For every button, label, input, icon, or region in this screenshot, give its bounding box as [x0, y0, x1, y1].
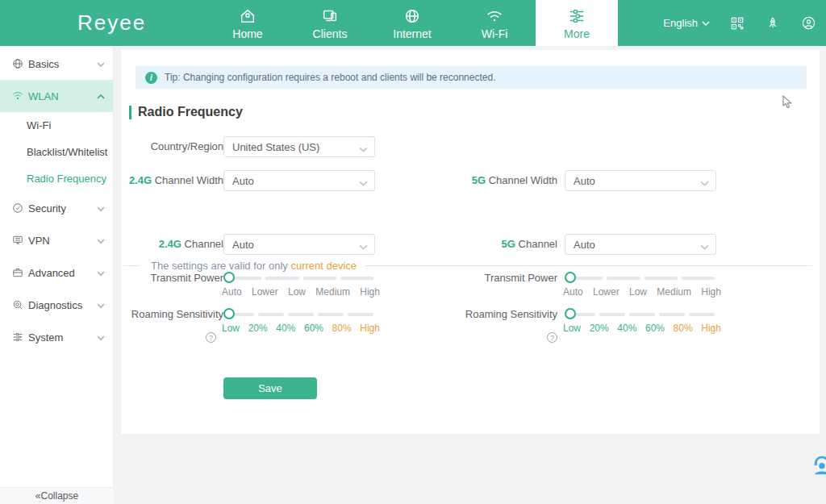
transmit-power-label-5: Transmit Power [436, 268, 557, 289]
ch5-width-select[interactable]: Auto [565, 170, 716, 191]
nav-tab-internet[interactable]: Internet [371, 0, 453, 46]
system-sliders-icon [11, 331, 24, 344]
sidebar-item-wifi[interactable]: Wi-Fi [0, 112, 113, 139]
customer-support-icon[interactable] [808, 452, 826, 479]
sidebar-item-system[interactable]: System [0, 321, 113, 353]
sidebar-item-vpn[interactable]: VPN [0, 224, 113, 256]
divider-line [123, 265, 140, 266]
wifi-icon [11, 90, 24, 102]
nav-tab-more[interactable]: More [536, 0, 618, 46]
sidebar-item-radio-frequency[interactable]: Radio Frequency [0, 165, 113, 192]
diagnostics-magnifier-icon [11, 298, 24, 311]
slider-handle[interactable] [223, 272, 235, 283]
sidebar-item-security[interactable]: Security [0, 192, 113, 224]
slider-track [569, 313, 715, 316]
nav-tab-wifi[interactable]: Wi-Fi [453, 0, 536, 46]
sidebar-collapse-button[interactable]: «Collapse [0, 487, 114, 504]
roaming-sensitivity-label-24: Roaming Sensitivity [128, 304, 223, 325]
roaming-help-icon-24[interactable]: ? [206, 332, 216, 343]
slider-handle[interactable] [565, 272, 576, 283]
page-title-block: Radio Frequency [129, 105, 243, 119]
transmit-power-label-24: Transmit Power [128, 268, 223, 289]
page-title: Radio Frequency [138, 105, 243, 119]
chevron-up-icon [97, 90, 105, 102]
slider-track [569, 277, 715, 280]
chevron-down-icon [97, 331, 105, 344]
wifi-icon [485, 6, 504, 26]
chevron-down-icon [700, 241, 709, 253]
chevron-down-icon [97, 202, 105, 215]
qr-code-icon[interactable] [729, 15, 745, 31]
current-device-highlight: current device [290, 260, 357, 272]
chevron-down-icon [359, 241, 368, 253]
roaming-sensitivity-label-5: Roaming Sensitivity [436, 304, 557, 325]
ch24-select[interactable]: Auto [223, 234, 375, 255]
roaming-help-icon-5[interactable]: ? [547, 332, 557, 343]
shield-check-icon [11, 202, 24, 215]
sidebar-item-advanced[interactable]: Advanced [0, 256, 113, 289]
more-sliders-icon [568, 6, 586, 26]
ch24-label: 2.4G Channel [128, 234, 223, 255]
header-controls: English [663, 0, 816, 46]
sidebar-item-blacklist-whitelist[interactable]: Blacklist/Whitelist [0, 139, 113, 165]
slider-handle[interactable] [565, 308, 576, 319]
briefcase-icon [11, 266, 24, 279]
transmit-power-slider-5 [566, 272, 715, 285]
main-nav: Home Clients Internet Wi-Fi More [206, 0, 618, 46]
roaming-sensitivity-slider-5 [566, 308, 715, 321]
upgrade-rocket-icon[interactable] [765, 15, 781, 31]
chevron-down-icon [97, 299, 105, 311]
globe-icon [11, 57, 24, 70]
vpn-monitor-icon [11, 234, 24, 247]
transmit-power-stops-5: AutoLowerLowMediumHigh [563, 286, 721, 298]
nav-tab-home[interactable]: Home [206, 0, 289, 46]
radio-frequency-panel: i Tip: Changing configuration requires a… [121, 50, 820, 434]
account-icon[interactable] [800, 15, 816, 31]
transmit-power-stops-24: AutoLowerLowMediumHigh [222, 286, 380, 298]
sidebar-item-wlan[interactable]: WLAN [0, 80, 113, 112]
ch5-label: 5G Channel [436, 234, 557, 255]
slider-track [228, 313, 373, 316]
home-icon [239, 6, 257, 26]
ch24-width-select[interactable]: Auto [223, 170, 375, 191]
language-selector[interactable]: English [663, 17, 710, 29]
chevron-down-icon [702, 17, 710, 29]
country-region-label: Country/Region [128, 136, 223, 157]
chevron-down-icon [359, 144, 368, 156]
slider-track [228, 277, 373, 280]
title-accent-bar [129, 106, 131, 119]
ch24-width-label: 2.4G Channel Width [128, 170, 223, 191]
slider-handle[interactable] [223, 308, 235, 319]
mouse-cursor [782, 95, 793, 113]
sidebar: Basics WLAN Wi-Fi Blacklist/Whitelist Ra… [0, 46, 114, 504]
chevron-down-icon [359, 177, 368, 190]
roaming-sensitivity-slider-24 [225, 308, 373, 321]
divider-line [365, 265, 812, 266]
roaming-sensitivity-stops-5: Low20%40%60%80%High [563, 323, 721, 334]
ch5-select[interactable]: Auto [565, 234, 716, 255]
info-icon: i [145, 72, 157, 84]
ch5-width-label: 5G Channel Width [436, 170, 557, 191]
tip-banner: i Tip: Changing configuration requires a… [136, 66, 807, 89]
internet-globe-icon [403, 6, 421, 26]
chevron-down-icon [97, 235, 105, 247]
chevron-down-icon [97, 267, 105, 279]
reyee-logo: Reyee [77, 10, 146, 35]
top-nav-bar: Reyee Home Clients Internet Wi-Fi [0, 0, 826, 46]
clients-icon [321, 6, 339, 26]
transmit-power-slider-24 [225, 272, 373, 285]
sidebar-item-basics[interactable]: Basics [0, 48, 113, 80]
tip-text: Tip: Changing configuration requires a r… [165, 72, 495, 83]
sidebar-item-diagnostics[interactable]: Diagnostics [0, 289, 113, 321]
roaming-sensitivity-stops-24: Low20%40%60%80%High [222, 323, 380, 334]
nav-tab-clients[interactable]: Clients [289, 0, 371, 46]
chevron-down-icon [97, 58, 105, 70]
country-region-select[interactable]: United States (US) [223, 136, 375, 157]
save-button[interactable]: Save [223, 377, 317, 399]
chevron-down-icon [700, 177, 709, 190]
